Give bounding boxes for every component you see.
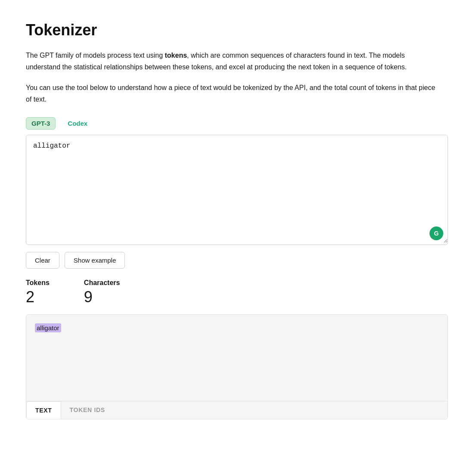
tab-codex[interactable]: Codex bbox=[62, 118, 93, 129]
view-tab-token-ids[interactable]: TOKEN IDS bbox=[61, 401, 114, 419]
tokenized-display: alligator bbox=[26, 315, 448, 401]
grammarly-icon: G bbox=[429, 226, 443, 240]
characters-value: 9 bbox=[84, 288, 120, 306]
description-paragraph-1: The GPT family of models process text us… bbox=[26, 50, 439, 73]
description-block-2: You can use the tool below to understand… bbox=[26, 82, 450, 105]
tokens-label: Tokens bbox=[26, 279, 50, 287]
tokenized-container: alligator TEXT TOKEN IDS bbox=[26, 314, 448, 419]
view-tab-text[interactable]: TEXT bbox=[26, 401, 61, 419]
characters-stat: Characters 9 bbox=[84, 279, 120, 306]
characters-label: Characters bbox=[84, 279, 120, 287]
description-text-before-bold: The GPT family of models process text us… bbox=[26, 52, 165, 59]
tokens-bold: tokens bbox=[165, 52, 187, 59]
bottom-section: alligator TEXT TOKEN IDS bbox=[26, 314, 448, 419]
show-example-button[interactable]: Show example bbox=[65, 252, 125, 269]
text-input[interactable]: alligator bbox=[26, 135, 448, 243]
model-tabs: GPT-3 Codex bbox=[26, 117, 450, 130]
description-block-1: The GPT family of models process text us… bbox=[26, 50, 450, 73]
clear-button[interactable]: Clear bbox=[26, 252, 59, 269]
stats-row: Tokens 2 Characters 9 bbox=[26, 279, 450, 306]
tokens-value: 2 bbox=[26, 288, 50, 306]
token-alligator: alligator bbox=[35, 323, 61, 332]
tokens-stat: Tokens 2 bbox=[26, 279, 50, 306]
view-tabs-row: TEXT TOKEN IDS bbox=[26, 401, 448, 419]
page-title: Tokenizer bbox=[26, 21, 450, 39]
tab-gpt3[interactable]: GPT-3 bbox=[26, 117, 56, 130]
text-input-wrapper: alligator G bbox=[26, 135, 448, 245]
action-buttons-row: Clear Show example bbox=[26, 252, 448, 269]
description-paragraph-2: You can use the tool below to understand… bbox=[26, 82, 439, 105]
